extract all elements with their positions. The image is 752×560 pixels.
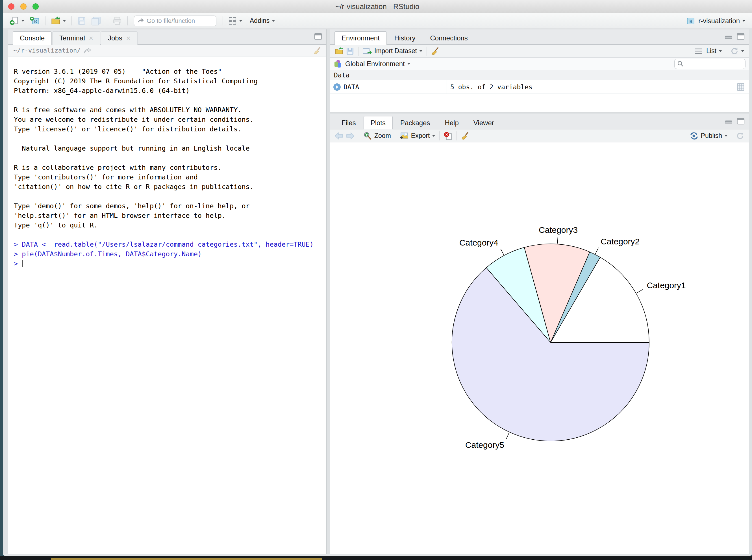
next-plot-button[interactable] <box>346 132 355 140</box>
expand-object-icon[interactable] <box>333 83 341 91</box>
back-arrow-icon <box>334 132 344 140</box>
window-titlebar[interactable]: ~/r-visualization - RStudio <box>3 0 752 13</box>
console-output-line: You are welcome to redistribute it under… <box>14 115 326 124</box>
goto-directory-arrow-icon[interactable] <box>83 47 92 54</box>
zoom-plot-button[interactable]: Zoom <box>363 132 391 140</box>
console-output-line: 'citation()' on how to cite R or R packa… <box>14 182 326 192</box>
addins-dropdown-caret[interactable] <box>272 20 275 22</box>
goto-file-search[interactable]: Go to file/function <box>134 16 217 26</box>
new-file-button[interactable] <box>8 15 26 27</box>
project-name-label: r-visualization <box>698 17 740 25</box>
plots-tab-viewer[interactable]: Viewer <box>466 116 501 129</box>
environment-scope-caret[interactable] <box>407 63 410 65</box>
project-menu-button[interactable]: R r-visualization <box>685 15 747 27</box>
environment-scope-label[interactable]: Global Environment <box>345 60 405 68</box>
rstudio-window: ~/r-visualization - RStudio R <box>3 0 752 556</box>
addins-button[interactable]: Addins <box>246 15 276 27</box>
refresh-environment-button[interactable] <box>730 47 744 55</box>
import-dataset-button[interactable]: Import Dataset <box>362 47 423 55</box>
print-icon <box>113 16 122 25</box>
workspace: ConsoleTerminal×Jobs× ~/r-visualization/… <box>3 29 752 554</box>
save-workspace-button[interactable] <box>346 47 354 55</box>
console-tabbar: ConsoleTerminal×Jobs× <box>8 29 326 45</box>
broom-icon <box>461 132 469 140</box>
save-button[interactable] <box>76 15 87 27</box>
open-file-dropdown-caret[interactable] <box>63 20 66 22</box>
console-output-line: Type 'q()' to quit R. <box>14 220 326 230</box>
plots-tab-help[interactable]: Help <box>438 116 466 129</box>
environment-tab-connections[interactable]: Connections <box>423 32 474 45</box>
tab-label: Terminal <box>59 34 85 42</box>
zoom-label: Zoom <box>374 132 391 140</box>
clear-all-plots-button[interactable] <box>461 132 469 140</box>
tab-label: Viewer <box>473 119 494 127</box>
environment-tab-environment[interactable]: Environment <box>334 32 387 45</box>
maximize-pane-icon[interactable] <box>314 33 322 40</box>
console-text-caret <box>22 260 23 267</box>
environment-search-input[interactable] <box>674 59 746 69</box>
pane-layout-dropdown-caret[interactable] <box>239 20 242 22</box>
minimize-pane-icon[interactable] <box>725 34 733 39</box>
console-output[interactable]: R version 3.6.1 (2019-07-05) -- "Action … <box>8 57 326 554</box>
maximize-pane-icon[interactable] <box>736 118 745 125</box>
plots-tab-plots[interactable]: Plots <box>364 116 393 129</box>
console-output-line <box>14 153 326 163</box>
list-view-icon <box>694 48 703 55</box>
export-label: Export <box>411 132 430 140</box>
view-table-icon[interactable] <box>736 83 745 91</box>
publish-button[interactable]: Publish <box>690 132 728 140</box>
save-all-button[interactable] <box>90 15 103 27</box>
console-tab-terminal[interactable]: Terminal× <box>52 32 100 45</box>
close-tab-icon[interactable]: × <box>89 35 93 42</box>
console-tab-console[interactable]: Console <box>13 32 52 45</box>
console-output-line: Type 'demo()' for some demos, 'help()' f… <box>14 201 326 211</box>
console-output-line: 'help.start()' for an HTML browser inter… <box>14 211 326 220</box>
refresh-icon <box>736 132 744 140</box>
refresh-plot-button[interactable] <box>736 132 744 140</box>
working-directory-path[interactable]: ~/r-visualization/ <box>13 47 81 54</box>
new-project-button[interactable]: R <box>28 15 41 27</box>
console-output-line: Copyright (C) 2019 The R Foundation for … <box>14 76 326 86</box>
export-caret[interactable] <box>432 135 435 137</box>
tab-label: Packages <box>400 119 430 127</box>
global-environment-icon <box>333 59 342 68</box>
svg-text:R: R <box>34 19 37 24</box>
project-dropdown-caret[interactable] <box>742 20 746 22</box>
zoom-magnifier-icon <box>363 132 372 140</box>
open-file-button[interactable] <box>50 15 67 27</box>
environment-tab-history[interactable]: History <box>387 32 423 45</box>
main-toolbar: R <box>3 13 752 29</box>
maximize-pane-icon[interactable] <box>736 33 745 40</box>
load-workspace-button[interactable] <box>334 47 344 55</box>
minimize-pane-icon[interactable] <box>725 118 733 124</box>
pane-layout-icon <box>228 17 237 25</box>
close-tab-icon[interactable]: × <box>126 35 130 42</box>
clear-environment-button[interactable] <box>431 47 439 55</box>
export-plot-button[interactable]: Export <box>399 132 435 140</box>
svg-text:R: R <box>689 19 693 24</box>
plots-tab-files[interactable]: Files <box>334 116 363 129</box>
tab-label: Help <box>445 119 459 127</box>
save-icon <box>77 16 86 25</box>
previous-plot-button[interactable] <box>334 132 344 140</box>
console-output-line <box>14 230 326 240</box>
new-project-icon: R <box>30 16 40 26</box>
remove-plot-button[interactable] <box>444 132 452 140</box>
console-path-row: ~/r-visualization/ <box>8 45 326 57</box>
clear-console-broom-icon[interactable] <box>313 47 321 55</box>
print-button[interactable] <box>111 15 123 27</box>
import-dataset-caret[interactable] <box>419 50 423 52</box>
pane-layout-button[interactable] <box>227 15 244 27</box>
list-view-caret[interactable] <box>719 50 722 52</box>
tab-label: Files <box>342 119 356 127</box>
publish-caret[interactable] <box>724 135 728 137</box>
refresh-caret[interactable] <box>741 50 744 52</box>
console-pane: ConsoleTerminal×Jobs× ~/r-visualization/… <box>8 29 327 554</box>
plot-display-area[interactable]: Category1Category2Category3Category4Cate… <box>330 142 749 554</box>
object-summary: 5 obs. of 2 variables <box>450 83 532 91</box>
plots-tab-packages[interactable]: Packages <box>393 116 437 129</box>
new-file-dropdown-caret[interactable] <box>21 20 25 22</box>
list-view-button[interactable]: List <box>704 47 722 55</box>
console-tab-jobs[interactable]: Jobs× <box>101 32 138 45</box>
environment-object-row[interactable]: DATA 5 obs. of 2 variables <box>330 80 749 94</box>
